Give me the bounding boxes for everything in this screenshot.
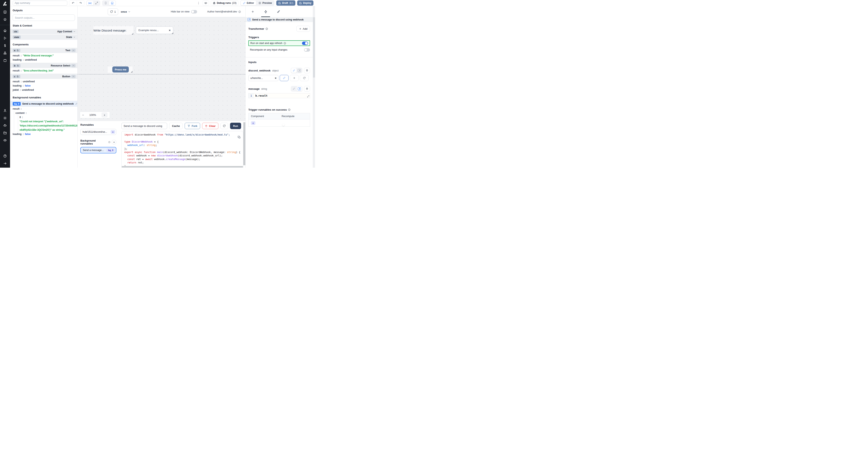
horizontal-scrollbar[interactable] [122,166,243,167]
connect-plug-button[interactable] [304,86,310,92]
code-editor[interactable]: import discordwebhook from "https://deno… [121,131,243,168]
fork-button[interactable]: Fork [185,123,200,129]
app-canvas[interactable]: Write Discord message: Example resou... … [78,17,245,121]
runs-play-icon[interactable] [3,36,7,40]
prop-line: 0: [18,115,78,119]
output-row-state[interactable]: state State [10,35,78,40]
refresh-resource-button[interactable] [300,75,309,81]
fullscreen-button[interactable] [93,1,100,5]
clear-button[interactable]: Clear [202,123,218,129]
resources-cubes-icon[interactable] [3,51,7,55]
refresh-code-button[interactable] [220,123,228,129]
static-edit-mode-button[interactable] [291,86,297,91]
clear-selection-icon[interactable]: × [169,29,170,32]
desktop-view-button[interactable] [109,1,116,5]
eval-mode-button[interactable]: f [297,68,302,73]
clear-resource-icon[interactable]: × [275,76,277,80]
component-row-c[interactable]: c Button [10,74,78,79]
run-mode-select[interactable]: once [121,10,130,13]
page-scrollbar[interactable] [313,6,315,168]
plus-icon [293,77,296,79]
state-badge: state [13,36,21,39]
app-summary-input[interactable] [13,1,67,6]
component-row-b[interactable]: b Resource Select [10,63,78,68]
recompute-toggle[interactable] [304,48,310,52]
audit-eye-icon[interactable] [3,138,7,142]
variables-dollar-icon[interactable] [3,44,7,47]
eval-mode-button[interactable]: f [297,86,302,91]
plug-icon [306,87,308,90]
center-align-button[interactable]: |o| [87,1,93,5]
chevron-down-icon[interactable] [73,36,75,38]
component-row-a[interactable]: a Text [10,48,78,54]
add-resource-button[interactable] [290,75,299,81]
message-expression-editor[interactable]: 1 b.result [248,93,310,98]
redo-button[interactable]: ↷ [77,1,84,5]
runnable-name-input[interactable] [121,123,167,129]
resource-picker-select[interactable]: u/henri/te... × [248,75,278,81]
folders-icon[interactable] [3,131,7,135]
refresh-count-button[interactable]: 1 [108,8,118,15]
home-icon[interactable] [3,29,7,33]
editor-tab-label: Editor [247,2,254,4]
collapse-a-button[interactable] [71,49,75,52]
tab-insert[interactable] [246,6,259,17]
edit-pencil-icon[interactable] [75,103,78,105]
chevron-down-icon[interactable] [73,30,75,33]
help-icon[interactable] [3,154,7,158]
mobile-view-button[interactable] [102,1,109,5]
more-menu-button[interactable]: ⋮ [196,1,201,5]
text-component[interactable]: Write Discord message: [93,26,133,35]
resize-handle[interactable] [131,71,132,72]
plug-icon [306,69,308,72]
resize-handle[interactable] [172,33,173,34]
smartphone-icon [104,2,107,4]
docs-button[interactable] [203,0,209,6]
connect-plug-button[interactable] [304,68,310,73]
search-outputs-input[interactable] [13,14,75,21]
collapse-c-button[interactable] [71,75,75,78]
hide-bar-toggle[interactable] [191,10,197,13]
copy-icon[interactable] [238,136,241,139]
collapse-b-button[interactable] [71,64,75,67]
tab-preview[interactable]: Preview [256,1,274,5]
workspace-icon[interactable] [3,10,7,14]
windmill-logo-icon[interactable] [2,1,8,6]
tab-editor[interactable]: Editor [241,1,256,5]
press-me-button[interactable]: Press me [112,66,129,72]
draft-button[interactable]: Draft ⌘S [276,0,296,6]
expand-rail-arrow-icon[interactable] [3,162,7,165]
recompute-row: Recompute on any input changes [248,47,310,53]
edit-resource-button[interactable] [280,75,288,81]
run-button[interactable]: Run [230,123,241,129]
schedules-calendar-icon[interactable] [3,59,7,62]
add-transformer-button[interactable]: Add [297,26,310,32]
zoom-in-button[interactable]: + [101,112,107,118]
favorites-star-icon[interactable] [3,18,7,21]
background-runnable-row[interactable]: bg_0 Send a message to discord using web… [10,101,78,107]
workers-robot-icon[interactable] [3,124,7,127]
resource-select-component[interactable]: Example resou... × [136,27,173,34]
settings-tabs [246,6,313,17]
run-on-start-toggle[interactable] [302,41,308,45]
resize-handle[interactable] [132,33,133,35]
expand-editor-icon[interactable] [307,95,309,98]
cache-button[interactable]: Cache [169,123,183,129]
static-edit-mode-button[interactable] [291,68,297,73]
editor-vertical-scrollbar[interactable] [243,121,245,168]
code-content[interactable]: import discordwebhook from "https://deno… [124,133,243,168]
output-row-ctx[interactable]: ctx App Context [10,29,78,35]
runnable-item-bg0-selected[interactable]: Send a message... bg_0 [81,147,116,154]
user-icon[interactable] [3,109,7,112]
button-component[interactable]: Press me [108,66,133,73]
settings-gear-icon[interactable] [3,116,7,120]
tab-theme[interactable] [272,6,285,17]
zoom-out-button[interactable]: − [82,113,84,117]
tab-settings[interactable] [259,6,272,17]
undo-button[interactable]: ↶ [69,1,77,5]
add-background-runnable-button[interactable]: + [112,140,116,144]
runnable-item-hub[interactable]: hub/1511/discord/se... c [81,129,116,135]
debug-runs-button[interactable]: Debug runs (23) [211,0,239,6]
row-component-badge: c [251,121,255,125]
deploy-button[interactable]: Deploy [297,0,313,6]
